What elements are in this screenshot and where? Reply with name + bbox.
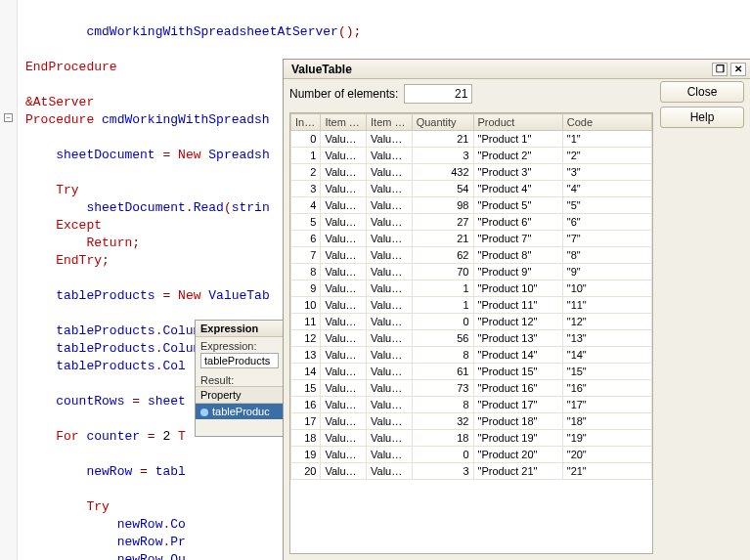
table-row[interactable]: 12Value…Value…56"Product 13""13" <box>291 330 652 347</box>
table-cell[interactable]: 8 <box>412 397 473 413</box>
table-cell[interactable]: "7" <box>562 231 651 247</box>
table-cell[interactable]: "Product 1" <box>473 131 562 148</box>
table-row[interactable]: 6Value…Value…21"Product 7""7" <box>291 231 652 247</box>
table-cell[interactable]: "Product 16" <box>473 380 562 397</box>
table-cell[interactable]: 0 <box>291 131 321 148</box>
table-cell[interactable]: "Product 3" <box>473 164 562 181</box>
table-cell[interactable]: Value… <box>367 264 413 280</box>
table-cell[interactable]: 19 <box>291 447 321 463</box>
table-cell[interactable]: "8" <box>562 247 651 264</box>
table-cell[interactable]: "18" <box>562 413 651 430</box>
table-cell[interactable]: Value… <box>367 148 413 164</box>
help-button[interactable]: Help <box>660 107 744 128</box>
table-cell[interactable]: 10 <box>291 297 321 314</box>
table-cell[interactable]: "Product 7" <box>473 231 562 247</box>
column-header[interactable]: Item ty… <box>367 114 413 131</box>
table-cell[interactable]: 13 <box>291 347 321 364</box>
table-cell[interactable]: 6 <box>291 231 321 247</box>
table-row[interactable]: 17Value…Value…32"Product 18""18" <box>291 413 652 430</box>
column-header[interactable]: Product <box>473 114 562 131</box>
table-cell[interactable]: Value… <box>321 447 367 463</box>
table-cell[interactable]: 11 <box>291 314 321 330</box>
table-cell[interactable]: 16 <box>291 397 321 413</box>
table-cell[interactable]: "Product 14" <box>473 347 562 364</box>
table-cell[interactable]: "12" <box>562 314 651 330</box>
table-cell[interactable]: "20" <box>562 447 651 463</box>
table-cell[interactable]: Value… <box>321 164 367 181</box>
table-cell[interactable]: Value… <box>367 380 413 397</box>
table-cell[interactable]: Value… <box>367 131 413 148</box>
table-cell[interactable]: Value… <box>321 181 367 197</box>
table-cell[interactable]: "9" <box>562 264 651 280</box>
table-cell[interactable]: "11" <box>562 297 651 314</box>
table-cell[interactable]: Value… <box>321 231 367 247</box>
table-cell[interactable]: Value… <box>321 247 367 264</box>
table-cell[interactable]: Value… <box>321 280 367 297</box>
table-cell[interactable]: 8 <box>412 347 473 364</box>
table-cell[interactable]: "Product 9" <box>473 264 562 280</box>
table-cell[interactable]: Value… <box>367 314 413 330</box>
table-cell[interactable]: Value… <box>367 247 413 264</box>
table-cell[interactable]: Value… <box>367 447 413 463</box>
table-cell[interactable]: Value… <box>367 214 413 231</box>
table-cell[interactable]: Value… <box>321 264 367 280</box>
table-cell[interactable]: "19" <box>562 430 651 447</box>
table-cell[interactable]: Value… <box>367 280 413 297</box>
table-cell[interactable]: 62 <box>412 247 473 264</box>
table-cell[interactable]: Value… <box>321 297 367 314</box>
table-row[interactable]: 18Value…Value…18"Product 19""19" <box>291 430 652 447</box>
table-row[interactable]: 5Value…Value…27"Product 6""6" <box>291 214 652 231</box>
table-cell[interactable]: Value… <box>367 181 413 197</box>
table-cell[interactable]: 15 <box>291 380 321 397</box>
table-row[interactable]: 9Value…Value…1"Product 10""10" <box>291 280 652 297</box>
table-cell[interactable]: "10" <box>562 280 651 297</box>
table-cell[interactable]: Value… <box>321 197 367 214</box>
table-cell[interactable]: Value… <box>321 397 367 413</box>
valuetable-titlebar[interactable]: ValueTable ❐ ✕ <box>284 60 750 79</box>
table-cell[interactable]: 3 <box>291 181 321 197</box>
table-cell[interactable]: 12 <box>291 330 321 347</box>
table-cell[interactable]: Value… <box>367 463 413 480</box>
table-cell[interactable]: Value… <box>367 330 413 347</box>
table-cell[interactable]: 27 <box>412 214 473 231</box>
table-cell[interactable]: "6" <box>562 214 651 231</box>
table-cell[interactable]: 61 <box>412 364 473 380</box>
code-line[interactable] <box>0 41 750 59</box>
table-cell[interactable]: Value… <box>367 347 413 364</box>
table-cell[interactable]: 18 <box>412 430 473 447</box>
table-cell[interactable]: Value… <box>367 364 413 380</box>
code-line[interactable]: cmdWorkingWithSpreadsheetAtServer(); <box>0 23 750 41</box>
table-cell[interactable]: "13" <box>562 330 651 347</box>
table-row[interactable]: 13Value…Value…8"Product 14""14" <box>291 347 652 364</box>
table-cell[interactable]: 5 <box>291 214 321 231</box>
table-row[interactable]: 8Value…Value…70"Product 9""9" <box>291 264 652 280</box>
table-cell[interactable]: Value… <box>321 463 367 480</box>
table-row[interactable]: 11Value…Value…0"Product 12""12" <box>291 314 652 330</box>
column-header[interactable]: Ind… <box>291 114 321 131</box>
table-cell[interactable]: 98 <box>412 197 473 214</box>
table-cell[interactable]: "3" <box>562 164 651 181</box>
table-cell[interactable]: "Product 20" <box>473 447 562 463</box>
expand-icon[interactable] <box>200 409 208 416</box>
table-cell[interactable]: "15" <box>562 364 651 380</box>
table-cell[interactable]: "Product 15" <box>473 364 562 380</box>
table-cell[interactable]: Value… <box>367 413 413 430</box>
table-cell[interactable]: "Product 2" <box>473 148 562 164</box>
num-elements-input[interactable] <box>404 84 472 104</box>
table-cell[interactable]: Value… <box>321 364 367 380</box>
table-cell[interactable]: "2" <box>562 148 651 164</box>
table-cell[interactable]: 9 <box>291 280 321 297</box>
table-cell[interactable]: Value… <box>321 148 367 164</box>
table-cell[interactable]: 32 <box>412 413 473 430</box>
table-cell[interactable]: 14 <box>291 364 321 380</box>
table-cell[interactable]: Value… <box>321 214 367 231</box>
table-cell[interactable]: 0 <box>412 314 473 330</box>
table-cell[interactable]: "Product 8" <box>473 247 562 264</box>
valuetable-grid[interactable]: Ind…Item v…Item ty…QuantityProductCode0V… <box>289 112 653 554</box>
table-row[interactable]: 10Value…Value…1"Product 11""11" <box>291 297 652 314</box>
table-cell[interactable]: 3 <box>412 148 473 164</box>
table-cell[interactable]: "21" <box>562 463 651 480</box>
table-cell[interactable]: "Product 12" <box>473 314 562 330</box>
table-row[interactable]: 0Value…Value…21"Product 1""1" <box>291 131 652 148</box>
table-row[interactable]: 14Value…Value…61"Product 15""15" <box>291 364 652 380</box>
